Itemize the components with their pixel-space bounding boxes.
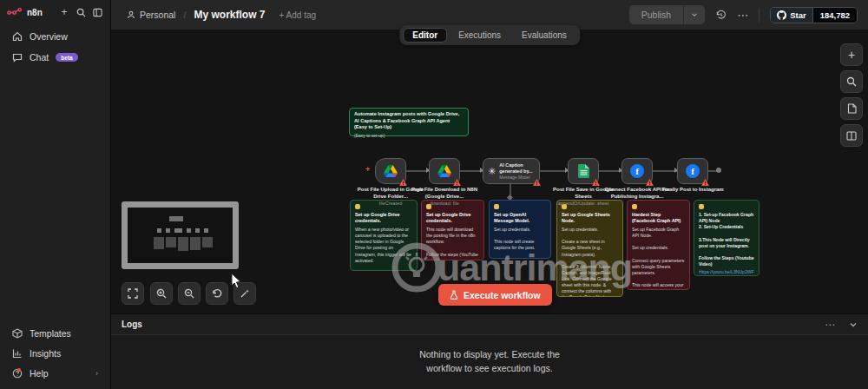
breadcrumb-separator: /: [183, 10, 186, 20]
note-marker-icon: [494, 204, 499, 209]
minimap-blob: [204, 228, 208, 233]
editor-tabs: Editor Executions Evaluations: [399, 25, 580, 45]
facebook-icon: f: [630, 164, 644, 178]
minimap-blob: [187, 228, 191, 233]
header-divider: [759, 8, 760, 22]
tab-executions[interactable]: Executions: [449, 28, 510, 43]
sidebar-item-help[interactable]: Help ›: [3, 364, 107, 383]
publish-dropdown-button[interactable]: [683, 5, 705, 24]
sidebar-item-templates[interactable]: Templates: [3, 324, 107, 343]
sidebar-item-chat[interactable]: Chat beta: [3, 48, 107, 67]
google-drive-icon: [437, 165, 451, 177]
node-google-sheets[interactable]: [568, 158, 599, 184]
reset-zoom-button[interactable]: [206, 282, 228, 305]
execute-workflow-button[interactable]: Execute workflow: [438, 284, 552, 306]
node-facebook-api[interactable]: f: [621, 158, 653, 184]
connection-line: [653, 170, 677, 172]
note-heading: Hardest Step (Facebook Graph API): [632, 212, 685, 224]
google-drive-icon: [384, 165, 398, 177]
note-body: This node will download the posting file…: [426, 227, 479, 260]
publish-button[interactable]: Publish: [629, 5, 683, 24]
note-youtube-link[interactable]: Https://youtu.be/L3NUp2WF_h5?si=KAjIYE2-…: [699, 269, 754, 276]
note-icon: [847, 103, 857, 114]
n8n-logo-icon: [7, 8, 24, 17]
workflow-title-note[interactable]: Automate Instagram posts with Google Dri…: [349, 108, 469, 136]
minimap-blob: [178, 237, 188, 251]
breadcrumb-project[interactable]: Personal: [127, 10, 175, 20]
toggle-panel-button[interactable]: [840, 124, 863, 147]
sticky-note-drive-trigger[interactable]: Set up Google Drive credentials. When a …: [350, 200, 418, 271]
tab-evaluations[interactable]: Evaluations: [512, 28, 576, 43]
fit-view-icon: [128, 288, 138, 299]
sidebar-item-label: Help: [30, 368, 49, 379]
connection-line: [540, 170, 568, 172]
sidebar-item-label: Templates: [30, 328, 71, 339]
minimap-blob: [166, 228, 170, 233]
node-ai-caption[interactable]: ✳ AI Caption generated by... Message Mod…: [483, 158, 540, 184]
add-node-button[interactable]: +: [840, 43, 863, 66]
node-google-drive-trigger[interactable]: [375, 158, 406, 184]
beta-badge: beta: [56, 53, 77, 62]
insights-icon: [12, 348, 23, 359]
note-body: Set up credentials. This node will creat…: [494, 227, 546, 259]
zoom-to-fit-button[interactable]: [122, 282, 144, 305]
minimap-viewport: [128, 208, 233, 263]
workflow-history-button[interactable]: [715, 10, 727, 21]
collapse-sidebar-icon[interactable]: [91, 6, 103, 18]
workflow-canvas[interactable]: + Automate Instagram posts with Google D…: [111, 30, 868, 313]
output-endpoint-dot[interactable]: [716, 168, 721, 173]
node-google-drive-download[interactable]: [429, 158, 460, 184]
sidebar: n8n + Overview Chat beta Templates: [0, 0, 111, 389]
n8n-logo[interactable]: n8n: [7, 8, 43, 17]
sidebar-item-insights[interactable]: Insights: [3, 344, 107, 363]
add-workflow-button[interactable]: +: [58, 6, 70, 18]
tab-editor[interactable]: Editor: [403, 28, 447, 43]
node-label: Connect Facebook API for Publishing Inst…: [599, 187, 675, 200]
sidebar-item-overview[interactable]: Overview: [3, 27, 107, 46]
note-body: 1. Set-up Facebook Graph API) Node 2. Se…: [699, 212, 754, 267]
minimap-blob: [166, 237, 176, 247]
canvas-minimap[interactable]: [122, 201, 239, 269]
sticky-note-instagram-post[interactable]: 1. Set-up Facebook Graph API) Node 2. Se…: [694, 200, 760, 276]
minimap-blob: [190, 237, 201, 250]
connection-line: [460, 170, 483, 172]
templates-icon: [12, 328, 23, 339]
node-subtitle: Message Model: [499, 175, 535, 180]
history-icon: [715, 10, 727, 21]
sidebar-item-label: Insights: [30, 348, 61, 359]
zoom-out-button[interactable]: [178, 282, 201, 305]
logs-header[interactable]: Logs ⋯: [111, 314, 868, 335]
zoom-in-button[interactable]: [150, 282, 173, 305]
logs-more-button[interactable]: ⋯: [825, 319, 835, 331]
main-area: Personal / My workflow 7 + Add tag Publi…: [111, 0, 868, 389]
note-body: When a new photo/video or carousel is up…: [355, 227, 412, 271]
add-tag-button[interactable]: + Add tag: [279, 10, 317, 20]
minimap-blob: [157, 228, 161, 233]
connection-line: [406, 170, 429, 172]
logs-empty-message: Nothing to display yet. Execute the work…: [419, 348, 560, 376]
sticky-note-openai[interactable]: Set up OpenAI Message Model. Set up cred…: [489, 200, 551, 259]
github-star-widget[interactable]: Star 184,782: [770, 7, 858, 23]
note-marker-icon: [426, 204, 431, 209]
collapse-logs-icon[interactable]: [849, 320, 858, 329]
workflow-title[interactable]: My workflow 7: [194, 9, 266, 21]
sticky-note-facebook-api[interactable]: Hardest Step (Facebook Graph API) Set up…: [627, 200, 690, 290]
execute-workflow-label: Execute workflow: [464, 290, 541, 300]
logs-panel: Logs ⋯ Nothing to display yet. Execute t…: [111, 313, 868, 389]
note-heading: Set up Google Drive credentials.: [426, 212, 479, 224]
sticky-note-drive-download[interactable]: Set up Google Drive credentials. This no…: [421, 200, 484, 260]
note-body: Set up credentials. Create a new sheet i…: [562, 227, 618, 297]
tidy-up-button[interactable]: [233, 282, 256, 305]
node-name: Post File Download in N8N (Google Drive.…: [406, 187, 483, 200]
minimap-blob: [174, 228, 182, 233]
sticky-note-button[interactable]: [840, 97, 863, 120]
split-panel-icon: [846, 131, 857, 141]
github-star-button[interactable]: Star: [771, 8, 812, 23]
more-options-button[interactable]: ⋯: [737, 9, 748, 22]
canvas-search-button[interactable]: [840, 70, 863, 93]
note-body: Set up Facebook Graph API Node. Set up c…: [632, 227, 685, 290]
sticky-note-sheets[interactable]: Set up Google Sheets Node. Set up creden…: [556, 200, 623, 297]
note-heading: Set up Google Drive credentials.: [355, 212, 412, 224]
node-post-instagram[interactable]: f: [677, 158, 708, 184]
search-icon[interactable]: [75, 6, 87, 18]
